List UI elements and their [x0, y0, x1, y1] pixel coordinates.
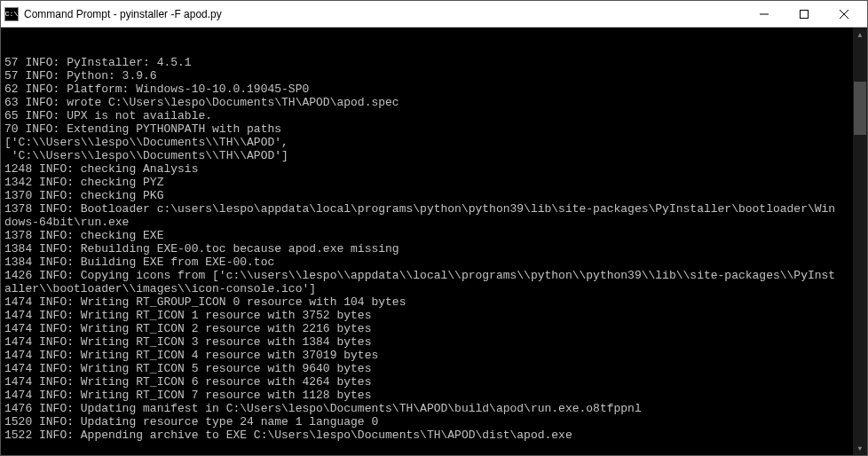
terminal-line: 1474 INFO: Writing RT_GROUP_ICON 0 resou…: [4, 295, 864, 309]
terminal-line: 1474 INFO: Writing RT_ICON 1 resource wi…: [4, 309, 864, 322]
terminal-line: 57 INFO: PyInstaller: 4.5.1: [4, 56, 864, 69]
svg-rect-1: [800, 10, 808, 18]
cmd-icon: C:\: [4, 7, 19, 21]
terminal-line: 70 INFO: Extending PYTHONPATH with paths: [4, 122, 864, 136]
terminal-line: ['C:\\Users\\lespo\\Documents\\TH\\APOD'…: [4, 136, 864, 149]
titlebar[interactable]: C:\ Command Prompt - pyinstaller -F apod…: [1, 1, 867, 28]
scroll-down-arrow-icon[interactable]: ▼: [853, 441, 867, 455]
minimize-button[interactable]: [744, 1, 784, 27]
command-prompt-window: C:\ Command Prompt - pyinstaller -F apod…: [0, 0, 868, 456]
terminal-line: 1342 INFO: checking PYZ: [4, 176, 864, 189]
terminal-line: 1474 INFO: Writing RT_ICON 2 resource wi…: [4, 322, 864, 335]
terminal-line: dows-64bit\run.exe: [4, 216, 864, 229]
maximize-button[interactable]: [784, 1, 824, 27]
terminal-line: 1474 INFO: Writing RT_ICON 5 resource wi…: [4, 362, 864, 375]
scrollbar-thumb[interactable]: [854, 82, 866, 135]
scroll-up-arrow-icon[interactable]: ▲: [853, 28, 867, 42]
terminal-line: 1370 INFO: checking PKG: [4, 189, 864, 202]
terminal-line: 1520 INFO: Updating resource type 24 nam…: [4, 415, 864, 428]
terminal-line: 'C:\\Users\\lespo\\Documents\\TH\\APOD']: [4, 149, 864, 162]
terminal-line: 1384 INFO: Building EXE from EXE-00.toc: [4, 256, 864, 269]
scrollbar-track[interactable]: [853, 42, 867, 441]
terminal-line: 1384 INFO: Rebuilding EXE-00.toc because…: [4, 242, 864, 256]
terminal-line: 1378 INFO: Bootloader c:\users\lespo\app…: [4, 202, 864, 216]
cmd-icon-label: C:\: [5, 10, 18, 18]
close-button[interactable]: [824, 1, 864, 27]
terminal-line: 65 INFO: UPX is not available.: [4, 109, 864, 122]
terminal-line: 1426 INFO: Copying icons from ['c:\\user…: [4, 269, 864, 282]
terminal-line: 1474 INFO: Writing RT_ICON 3 resource wi…: [4, 335, 864, 349]
terminal-line: 63 INFO: wrote C:\Users\lespo\Documents\…: [4, 96, 864, 109]
window-title: Command Prompt - pyinstaller -F apod.py: [24, 8, 744, 20]
terminal-line: 1474 INFO: Writing RT_ICON 6 resource wi…: [4, 375, 864, 389]
scrollbar-vertical[interactable]: ▲ ▼: [853, 28, 867, 455]
terminal-line: 1378 INFO: checking EXE: [4, 229, 864, 242]
terminal-line: 1248 INFO: checking Analysis: [4, 162, 864, 176]
terminal-line: 1522 INFO: Appending archive to EXE C:\U…: [4, 428, 864, 442]
terminal-line: 57 INFO: Python: 3.9.6: [4, 69, 864, 83]
terminal-line: 1474 INFO: Writing RT_ICON 7 resource wi…: [4, 389, 864, 402]
terminal-line: 1474 INFO: Writing RT_ICON 4 resource wi…: [4, 349, 864, 362]
window-controls: [744, 1, 864, 27]
terminal-line: 1476 INFO: Updating manifest in C:\Users…: [4, 402, 864, 415]
terminal-output[interactable]: 57 INFO: PyInstaller: 4.5.157 INFO: Pyth…: [1, 28, 867, 455]
terminal-line: 62 INFO: Platform: Windows-10-10.0.19045…: [4, 83, 864, 96]
terminal-line: aller\\bootloader\\images\\icon-console.…: [4, 282, 864, 295]
terminal-content: 57 INFO: PyInstaller: 4.5.157 INFO: Pyth…: [4, 56, 864, 442]
